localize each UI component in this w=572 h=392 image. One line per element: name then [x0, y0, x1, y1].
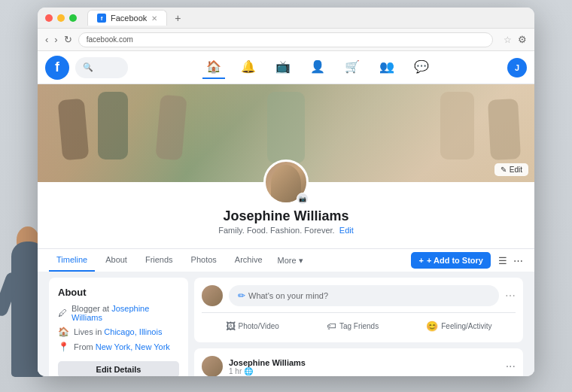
browser-titlebar: f Facebook ✕ +: [38, 8, 534, 29]
city-link[interactable]: Chicago, Illinois: [104, 327, 162, 336]
right-column: ✏ What's on your mind? ⋯ 🖼 Photo/Video 🏷…: [194, 278, 523, 376]
profile-name: Josephine Williams: [224, 208, 349, 224]
nav-video-icon[interactable]: 📺: [272, 56, 294, 79]
traffic-light-yellow[interactable]: [57, 14, 65, 22]
tab-friends[interactable]: Friends: [138, 249, 181, 272]
photo-video-label: Photo/Video: [239, 322, 279, 330]
user-avatar-icon[interactable]: J: [507, 58, 527, 77]
bio-edit-link[interactable]: Edit: [339, 226, 354, 235]
about-item-from: 📍 From New York, New York: [58, 342, 179, 352]
about-card: About 🖊 Blogger at Josephine Williams 🏠 …: [49, 278, 188, 376]
edit-icon: ✏: [238, 290, 245, 301]
fb-nav-right: J: [507, 58, 527, 77]
feed-post: Josephine Williams 1 hr 🌐 ··· 😊😁😂: [194, 348, 523, 376]
feed-user-info: Josephine Williams 1 hr 🌐: [229, 358, 500, 375]
blogger-icon: 🖊: [58, 308, 67, 318]
feed-post-time: 1 hr 🌐: [229, 367, 500, 375]
post-avatar: [202, 285, 223, 306]
forward-button[interactable]: ›: [54, 34, 57, 45]
nav-bell-icon[interactable]: 🔔: [237, 56, 260, 79]
nav-messages-icon[interactable]: 💬: [410, 56, 433, 79]
nav-groups-icon[interactable]: 👥: [376, 56, 398, 79]
tab-about[interactable]: About: [98, 249, 135, 272]
post-actions: 🖼 Photo/Video 🏷 Tag Friends 😊 Feeling/Ac…: [202, 312, 516, 335]
feeling-icon: 😊: [426, 321, 438, 332]
refresh-button[interactable]: ↻: [64, 34, 72, 45]
post-placeholder: What's on your mind?: [248, 291, 328, 300]
about-title: About: [58, 287, 179, 298]
post-more-icon[interactable]: ⋯: [505, 290, 516, 302]
left-column: About 🖊 Blogger at Josephine Williams 🏠 …: [49, 278, 188, 376]
edit-details-button[interactable]: Edit Details: [58, 361, 179, 376]
photo-video-button[interactable]: 🖼 Photo/Video: [220, 318, 285, 335]
more-options-icon[interactable]: ⋯: [513, 255, 523, 266]
tab-timeline[interactable]: Timeline: [49, 249, 95, 272]
fb-search-box[interactable]: 🔍: [75, 57, 128, 78]
traffic-light-red[interactable]: [45, 14, 53, 22]
settings-icon[interactable]: ⚙: [518, 34, 527, 45]
post-box: ✏ What's on your mind? ⋯ 🖼 Photo/Video 🏷…: [194, 278, 523, 342]
location-icon: 📍: [58, 342, 69, 352]
fb-header: f 🔍 🏠 🔔 📺 👤 🛒 👥 💬 J: [38, 51, 534, 84]
about-item-blogger: 🖊 Blogger at Josephine Williams: [58, 304, 179, 322]
add-story-button[interactable]: + + Add to Story: [411, 252, 491, 269]
edit-cover-label: Edit: [510, 166, 522, 174]
feed-post-header: Josephine Williams 1 hr 🌐 ···: [194, 348, 523, 376]
tab-more[interactable]: More ▾: [273, 250, 308, 272]
fb-nav-icons: 🏠 🔔 📺 👤 🛒 👥 💬: [134, 56, 501, 79]
avatar-camera-icon[interactable]: 📷: [297, 193, 309, 205]
tag-icon: 🏷: [327, 321, 336, 332]
tab-archive[interactable]: Archive: [227, 249, 270, 272]
add-story-icon: +: [418, 256, 423, 265]
traffic-light-green[interactable]: [69, 14, 77, 22]
tab-title: Facebook: [111, 14, 147, 23]
edit-cover-icon: ✎: [500, 166, 507, 174]
feeling-activity-label: Feeling/Activity: [441, 322, 491, 330]
post-input-row: ✏ What's on your mind? ⋯: [202, 285, 516, 306]
profile-tabs: Timeline About Friends Photos Archive Mo…: [38, 248, 534, 272]
bio-text: Family. Food. Fashion. Forever.: [218, 226, 334, 235]
address-bar[interactable]: facebook.com: [78, 32, 493, 47]
nav-home-icon[interactable]: 🏠: [202, 56, 225, 79]
address-text: facebook.com: [87, 35, 133, 44]
list-view-icon[interactable]: ☰: [498, 255, 507, 266]
home-icon: 🏠: [58, 327, 69, 337]
tab-photos[interactable]: Photos: [184, 249, 224, 272]
tab-favicon: f: [97, 14, 106, 23]
browser-window: f Facebook ✕ + ‹ › ↻ facebook.com ☆ ⚙ f …: [38, 8, 534, 376]
facebook-container: f 🔍 🏠 🔔 📺 👤 🛒 👥 💬 J: [38, 51, 534, 376]
feeling-activity-button[interactable]: 😊 Feeling/Activity: [420, 318, 497, 335]
profile-avatar-wrap: 📷: [263, 160, 309, 205]
hometown-link[interactable]: New York, New York: [96, 342, 170, 351]
profile-section: ✎ Edit 📷 Josephine Williams Family. Food…: [38, 84, 534, 272]
back-button[interactable]: ‹: [45, 34, 48, 45]
nav-store-icon[interactable]: 🛒: [341, 56, 364, 79]
search-icon: 🔍: [83, 62, 93, 72]
nav-profile-icon[interactable]: 👤: [306, 56, 329, 79]
post-input[interactable]: ✏ What's on your mind?: [229, 285, 499, 306]
profile-info-area: 📷 Josephine Williams Family. Food. Fashi…: [38, 182, 534, 242]
browser-tab[interactable]: f Facebook ✕: [87, 10, 167, 26]
tab-close-icon[interactable]: ✕: [151, 14, 157, 23]
feed-more-icon[interactable]: ···: [506, 360, 516, 373]
feed-username: Josephine Williams: [229, 358, 500, 367]
feed-time-text: 1 hr: [229, 367, 242, 375]
browser-nav: ‹ › ↻ facebook.com ☆ ⚙: [38, 29, 534, 51]
bookmark-icon[interactable]: ☆: [504, 35, 512, 45]
cover-edit-button[interactable]: ✎ Edit: [494, 163, 528, 176]
fb-logo: f: [45, 56, 69, 80]
photo-icon: 🖼: [226, 321, 236, 332]
blogger-link[interactable]: Josephine Williams: [72, 304, 149, 322]
tag-friends-label: Tag Friends: [339, 322, 379, 330]
about-item-lives: 🏠 Lives in Chicago, Illinois: [58, 327, 179, 337]
new-tab-icon[interactable]: +: [175, 12, 181, 24]
add-story-label: + Add to Story: [427, 256, 483, 265]
main-content: About 🖊 Blogger at Josephine Williams 🏠 …: [38, 272, 534, 376]
globe-icon: 🌐: [244, 367, 253, 375]
tag-friends-button[interactable]: 🏷 Tag Friends: [321, 318, 385, 335]
feed-post-avatar: [202, 356, 223, 376]
profile-bio: Family. Food. Fashion. Forever. Edit: [218, 226, 354, 235]
